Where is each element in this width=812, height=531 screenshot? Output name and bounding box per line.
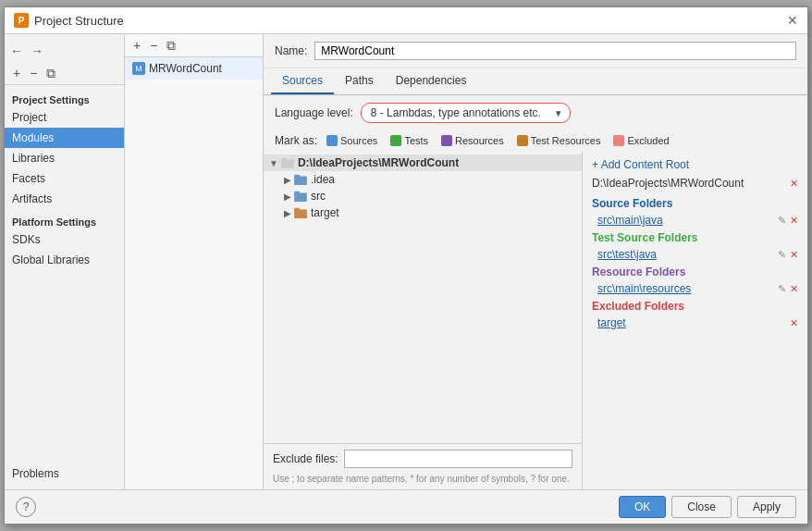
info-panel: + Add Content Root D:\IdeaProjects\MRWor…	[583, 151, 807, 489]
tree-item-src[interactable]: ▶ src	[264, 188, 582, 204]
mark-tests-button[interactable]: Tests	[387, 134, 432, 147]
resource-folder-row: src\main\resources ✎ ✕	[592, 280, 798, 297]
source-folder-path: src\main\java	[597, 214, 663, 227]
mark-excluded-button[interactable]: Excluded	[609, 134, 672, 147]
excluded-folder-row: target ✕	[592, 315, 798, 331]
mark-as-label: Mark as:	[275, 134, 317, 147]
language-level-label: Language level:	[275, 106, 353, 119]
tree-item-target[interactable]: ▶ target	[264, 204, 582, 221]
test-source-folder-remove-icon[interactable]: ✕	[790, 249, 798, 261]
sidebar-remove-button[interactable]: −	[27, 66, 40, 80]
sidebar-add-button[interactable]: +	[10, 66, 23, 80]
tree-arrow-idea[interactable]: ▶	[284, 175, 291, 185]
tree-item-idea[interactable]: ▶ .idea	[264, 171, 582, 188]
name-label: Name:	[275, 44, 307, 57]
sidebar-item-modules[interactable]: Modules	[5, 128, 124, 148]
left-content: + − ⧉ M MRWordCount Name: Sources	[125, 34, 807, 489]
mark-resources-button[interactable]: Resources	[437, 134, 508, 147]
add-content-root-button[interactable]: + Add Content Root	[592, 158, 798, 171]
window-close-button[interactable]: ✕	[787, 14, 798, 27]
mark-sources-button[interactable]: Sources	[323, 134, 381, 147]
window-title: Project Structure	[34, 14, 124, 28]
svg-rect-3	[294, 175, 300, 178]
ok-button[interactable]: OK	[619, 496, 666, 518]
sidebar-item-problems[interactable]: Problems	[5, 463, 124, 484]
bottom-bar: ? OK Close Apply	[5, 489, 807, 524]
tree-root[interactable]: ▼ D:\IdeaProjects\MRWordCount	[264, 154, 582, 171]
tests-color-dot	[390, 135, 401, 146]
project-path-remove-button[interactable]: ✕	[790, 178, 798, 190]
sidebar-item-libraries[interactable]: Libraries	[5, 148, 124, 168]
module-toolbar: + − ⧉	[125, 34, 263, 57]
sidebar-item-global-libraries[interactable]: Global Libraries	[5, 250, 124, 270]
sidebar-item-artifacts[interactable]: Artifacts	[5, 189, 124, 209]
file-tree: ▼ D:\IdeaProjects\MRWordCount ▶ .idea	[264, 151, 582, 443]
test-source-folder-actions: ✎ ✕	[778, 249, 798, 261]
tab-sources[interactable]: Sources	[271, 68, 334, 94]
main-content: ← → + − ⧉ Project Settings Project Modul…	[5, 34, 807, 489]
resource-folder-edit-icon[interactable]: ✎	[778, 283, 786, 295]
tree-arrow-root[interactable]: ▼	[269, 158, 278, 168]
resource-folder-remove-icon[interactable]: ✕	[790, 283, 798, 295]
exclude-files-hint: Use ; to separate name patterns, * for a…	[264, 474, 582, 489]
excluded-color-dot	[613, 135, 624, 146]
cancel-button[interactable]: Close	[671, 496, 732, 518]
source-folder-remove-icon[interactable]: ✕	[790, 215, 798, 227]
test-source-folder-row: src\test\java ✎ ✕	[592, 246, 798, 263]
test-source-folders-title: Test Source Folders	[592, 231, 798, 244]
name-row: Name:	[264, 34, 807, 68]
title-bar-left: P Project Structure	[14, 13, 124, 28]
svg-rect-5	[294, 191, 300, 194]
module-item-mrwordcount[interactable]: M MRWordCount	[125, 57, 263, 80]
tree-arrow-src[interactable]: ▶	[284, 191, 291, 202]
name-input[interactable]	[314, 42, 796, 60]
language-level-wrapper: 8 - Lambdas, type annotations etc. ▼	[361, 103, 571, 123]
exclude-files-input[interactable]	[344, 450, 572, 468]
sources-color-dot	[326, 135, 338, 146]
resource-folders-title: Resource Folders	[592, 266, 798, 278]
nav-buttons: ← →	[5, 40, 124, 62]
language-level-select[interactable]: 8 - Lambdas, type annotations etc.	[361, 103, 571, 123]
folder-icon-root	[281, 157, 294, 168]
exclude-files-row: Exclude files:	[264, 443, 582, 474]
language-level-row: Language level: 8 - Lambdas, type annota…	[264, 95, 807, 130]
module-add-button[interactable]: +	[130, 38, 143, 53]
source-folder-edit-icon[interactable]: ✎	[778, 215, 786, 227]
module-copy-button[interactable]: ⧉	[164, 38, 178, 53]
module-remove-button[interactable]: −	[147, 38, 160, 53]
forward-button[interactable]: →	[31, 43, 43, 58]
excluded-folder-actions: ✕	[790, 317, 798, 329]
svg-rect-7	[294, 208, 300, 211]
test-source-folder-path: src\test\java	[597, 248, 657, 261]
source-folder-actions: ✎ ✕	[778, 215, 798, 227]
resources-color-dot	[441, 135, 452, 146]
tree-arrow-target[interactable]: ▶	[284, 208, 291, 218]
sidebar-copy-button[interactable]: ⧉	[43, 66, 58, 80]
folder-icon-idea	[294, 174, 307, 185]
module-icon: M	[132, 62, 145, 75]
sidebar-item-sdks[interactable]: SDKs	[5, 229, 124, 250]
back-button[interactable]: ←	[10, 43, 23, 58]
mark-test-resources-button[interactable]: Test Resources	[513, 134, 605, 147]
tab-dependencies[interactable]: Dependencies	[385, 68, 478, 94]
help-button[interactable]: ?	[16, 497, 36, 517]
apply-button[interactable]: Apply	[737, 496, 796, 518]
sidebar-item-project[interactable]: Project	[5, 107, 124, 128]
source-folders-title: Source Folders	[592, 197, 798, 210]
app-icon: P	[14, 13, 29, 28]
svg-rect-1	[281, 158, 287, 161]
config-panel: Name: Sources Paths Dependencies Languag…	[264, 34, 807, 489]
module-list: + − ⧉ M MRWordCount	[125, 34, 264, 489]
excluded-folder-remove-icon[interactable]: ✕	[790, 317, 798, 329]
resource-folder-actions: ✎ ✕	[778, 283, 798, 295]
exclude-files-label: Exclude files:	[273, 452, 338, 465]
sidebar-item-facets[interactable]: Facets	[5, 168, 124, 189]
tabs: Sources Paths Dependencies	[264, 68, 807, 95]
resource-folder-path: src\main\resources	[597, 282, 691, 295]
folder-icon-target	[294, 207, 307, 218]
bottom-split: ▼ D:\IdeaProjects\MRWordCount ▶ .idea	[264, 151, 807, 489]
tree-panel: ▼ D:\IdeaProjects\MRWordCount ▶ .idea	[264, 151, 583, 489]
test-source-folder-edit-icon[interactable]: ✎	[778, 249, 786, 261]
tab-paths[interactable]: Paths	[334, 68, 385, 94]
title-bar: P Project Structure ✕	[5, 7, 807, 34]
